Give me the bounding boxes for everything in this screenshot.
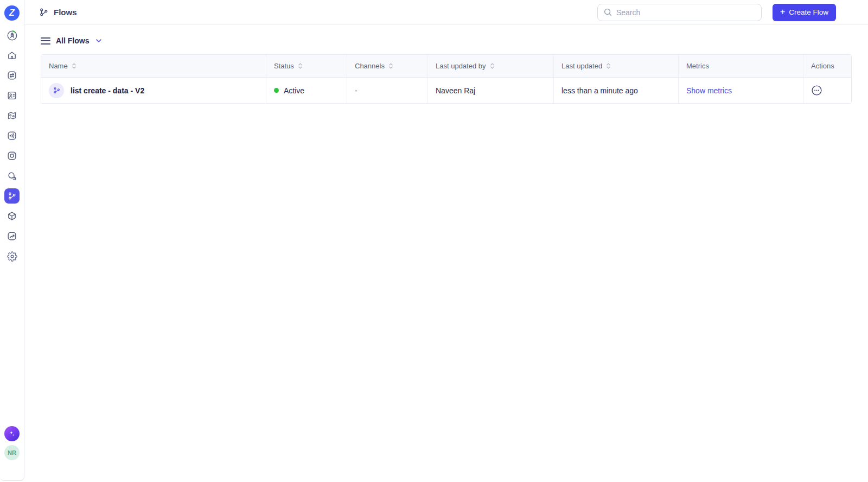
sidebar-item-getting-started[interactable] (4, 28, 20, 43)
sidebar-item-engagement[interactable] (4, 68, 20, 83)
column-header-metrics: Metrics (678, 55, 803, 78)
sidebar: Z (0, 0, 24, 481)
plus-icon: + (780, 8, 785, 16)
sidebar-item-analytics[interactable] (4, 229, 20, 244)
sort-icon[interactable] (388, 62, 393, 69)
broadcast-icon (7, 130, 17, 141)
row-actions-button[interactable] (811, 85, 822, 96)
create-flow-label: Create Flow (789, 8, 828, 16)
sidebar-item-journeys[interactable] (4, 108, 20, 123)
sidebar-item-broadcasts[interactable] (4, 128, 20, 143)
page-title-group: Flows (39, 7, 77, 17)
journey-map-icon (7, 110, 17, 121)
app-logo[interactable]: Z (4, 5, 20, 21)
contacts-icon (7, 90, 17, 101)
list-view-icon[interactable] (41, 36, 50, 46)
sidebar-item-conversations[interactable] (4, 168, 20, 183)
flows-table: Name Status Channels Last updated by (41, 54, 852, 104)
table-header-row: Name Status Channels Last updated by (41, 55, 851, 78)
column-header-last-updated-by[interactable]: Last updated by (427, 55, 553, 78)
channels-value: - (355, 86, 358, 95)
page-title: Flows (54, 8, 77, 17)
column-header-actions: Actions (803, 55, 851, 78)
column-header-last-updated[interactable]: Last updated (553, 55, 678, 78)
sidebar-item-channels[interactable] (4, 148, 20, 163)
search-box[interactable] (597, 4, 762, 21)
flow-avatar (49, 83, 64, 98)
view-selector-label[interactable]: All Flows (56, 36, 89, 45)
chat-icon (7, 170, 17, 181)
home-icon (7, 50, 17, 61)
last-updated-value: less than a minute ago (561, 86, 638, 95)
search-input[interactable] (616, 8, 756, 17)
user-avatar[interactable]: NR (4, 445, 20, 460)
chevron-down-icon (95, 37, 103, 45)
sort-icon[interactable] (72, 62, 76, 69)
sort-icon[interactable] (606, 62, 611, 69)
sidebar-item-home[interactable] (4, 48, 20, 63)
cube-icon (7, 211, 17, 221)
status-dot (274, 88, 279, 93)
create-flow-button[interactable]: + Create Flow (773, 4, 836, 21)
flow-name[interactable]: list create - data - V2 (71, 86, 144, 95)
flows-icon (7, 191, 17, 201)
sidebar-item-settings[interactable] (4, 249, 20, 264)
flows-title-icon (39, 7, 49, 17)
ai-assistant-button[interactable] (4, 426, 20, 441)
main-content: All Flows Name Status (24, 26, 868, 104)
swap-arrows-icon (7, 70, 17, 81)
logo-letter: Z (9, 8, 15, 18)
settings-gear-icon (7, 251, 17, 262)
sidebar-item-contacts[interactable] (4, 88, 20, 103)
camera-icon (7, 150, 17, 161)
topbar: Flows + Create Flow (24, 0, 868, 25)
show-metrics-link[interactable]: Show metrics (686, 86, 732, 95)
sidebar-item-integrations[interactable] (4, 208, 20, 224)
column-header-channels[interactable]: Channels (347, 55, 427, 78)
sidebar-bottom: NR (4, 426, 20, 480)
column-header-status[interactable]: Status (266, 55, 347, 78)
ellipsis-circle-icon (811, 85, 822, 96)
view-selector-chevron[interactable] (95, 37, 103, 45)
flows-toolbar: All Flows (41, 34, 852, 48)
sort-icon[interactable] (298, 62, 303, 69)
sparkles-icon (8, 429, 16, 438)
rocket-icon (6, 29, 18, 42)
flows-icon (53, 86, 61, 94)
sort-icon[interactable] (490, 62, 495, 69)
search-icon (603, 8, 612, 17)
column-header-name[interactable]: Name (41, 55, 266, 78)
user-avatar-initials: NR (8, 449, 16, 456)
last-updated-by-value: Naveen Raj (436, 86, 475, 95)
status-label: Active (284, 86, 304, 95)
analytics-icon (7, 231, 17, 242)
sidebar-item-flows[interactable] (4, 188, 20, 204)
table-row[interactable]: list create - data - V2 Active - Naveen … (41, 78, 851, 104)
